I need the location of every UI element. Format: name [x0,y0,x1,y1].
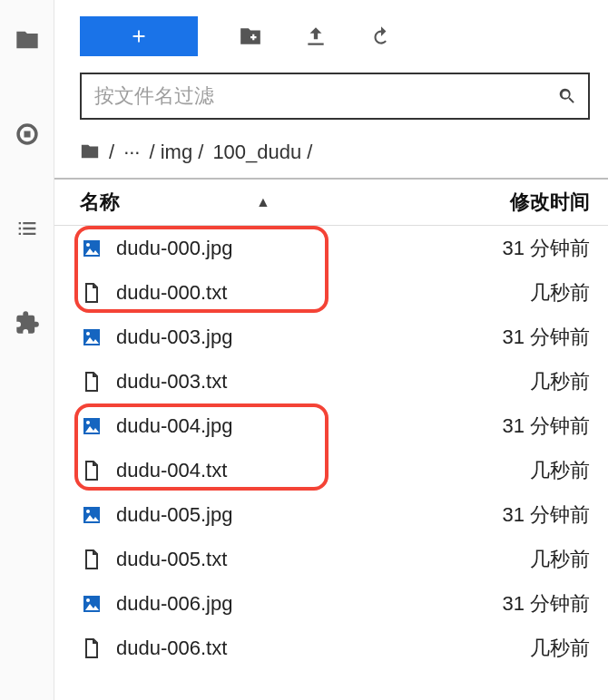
sidebar [0,0,54,700]
text-file-icon [80,637,103,660]
refresh-icon [369,24,393,48]
list-icon [15,216,40,241]
image-file-icon [80,326,103,349]
image-file-icon [80,503,103,527]
file-row[interactable]: dudu-000.jpg31 分钟前 [54,226,608,270]
file-name: dudu-005.txt [116,548,463,571]
svg-point-7 [86,510,90,513]
sidebar-item-list[interactable] [13,214,42,243]
text-file-icon [80,281,103,305]
search-container [54,73,608,127]
image-file-icon [80,592,103,616]
file-modified: 几秒前 [463,279,590,306]
breadcrumb: / ··· / img / 100_dudu / [54,127,608,178]
file-modified: 31 分钟前 [463,590,590,617]
text-file-icon [80,370,103,394]
sort-ascending-icon: ▲ [256,194,270,210]
file-name: dudu-004.txt [116,459,463,482]
text-file-icon [80,459,103,482]
file-name: dudu-003.txt [116,370,463,394]
breadcrumb-seg-dudu[interactable]: 100_dudu / [212,141,312,164]
plus-icon [129,26,149,46]
breadcrumb-root[interactable]: / [109,141,114,164]
sidebar-item-running[interactable] [13,120,42,149]
toolbar [54,0,608,73]
file-modified: 几秒前 [463,457,590,484]
breadcrumb-folder-icon[interactable] [80,140,100,165]
folder-plus-icon [239,24,262,48]
file-row[interactable]: dudu-005.jpg31 分钟前 [54,492,608,537]
extension-icon [15,310,40,335]
header-modified[interactable]: 修改时间 [463,189,590,216]
file-name: dudu-006.jpg [116,592,463,616]
file-modified: 几秒前 [463,635,590,662]
file-modified: 几秒前 [463,546,590,573]
file-name: dudu-000.txt [116,281,463,305]
breadcrumb-seg-img[interactable]: / img / [149,141,203,164]
file-modified: 31 分钟前 [463,324,590,351]
header-name-label: 名称 [80,189,120,216]
file-row[interactable]: dudu-005.txt几秒前 [54,537,608,581]
svg-point-5 [86,421,90,424]
file-row[interactable]: dudu-004.jpg31 分钟前 [54,403,608,448]
file-name: dudu-006.txt [116,637,463,660]
file-row[interactable]: dudu-003.jpg31 分钟前 [54,315,608,359]
search-input[interactable] [93,83,557,109]
file-name: dudu-005.jpg [116,503,463,527]
file-name: dudu-003.jpg [116,326,463,349]
file-modified: 31 分钟前 [463,501,590,529]
file-row[interactable]: dudu-000.txt几秒前 [54,270,608,315]
folder-icon [15,27,40,53]
sidebar-item-files[interactable] [13,25,42,54]
text-file-icon [80,548,103,571]
file-modified: 31 分钟前 [463,413,590,440]
upload-button[interactable] [303,24,329,49]
file-row[interactable]: dudu-003.txt几秒前 [54,359,608,403]
search-box[interactable] [80,73,590,120]
file-modified: 31 分钟前 [463,235,590,262]
image-file-icon [80,237,103,260]
main-panel: / ··· / img / 100_dudu / 名称 ▲ 修改时间 dudu-… [54,0,608,700]
file-list: 名称 ▲ 修改时间 dudu-000.jpg31 分钟前dudu-000.txt… [54,178,608,670]
file-row[interactable]: dudu-006.jpg31 分钟前 [54,581,608,626]
file-name: dudu-004.jpg [116,414,463,438]
svg-point-3 [86,332,90,335]
upload-icon [304,24,328,48]
file-name: dudu-000.jpg [116,237,463,260]
add-button[interactable] [80,16,198,56]
file-row[interactable]: dudu-004.txt几秒前 [54,448,608,492]
new-folder-button[interactable] [238,24,263,49]
file-rows: dudu-000.jpg31 分钟前dudu-000.txt几秒前dudu-00… [54,226,608,670]
refresh-button[interactable] [368,24,394,49]
file-row[interactable]: dudu-006.txt几秒前 [54,626,608,670]
search-icon [557,86,577,106]
stop-circle-icon [15,122,40,147]
svg-point-9 [86,598,90,602]
breadcrumb-ellipsis[interactable]: ··· [123,141,140,164]
file-modified: 几秒前 [463,368,590,395]
header-name[interactable]: 名称 ▲ [80,189,463,216]
image-file-icon [80,414,103,438]
sidebar-item-extensions[interactable] [13,308,42,337]
list-headers: 名称 ▲ 修改时间 [54,180,608,226]
svg-point-1 [86,243,90,247]
